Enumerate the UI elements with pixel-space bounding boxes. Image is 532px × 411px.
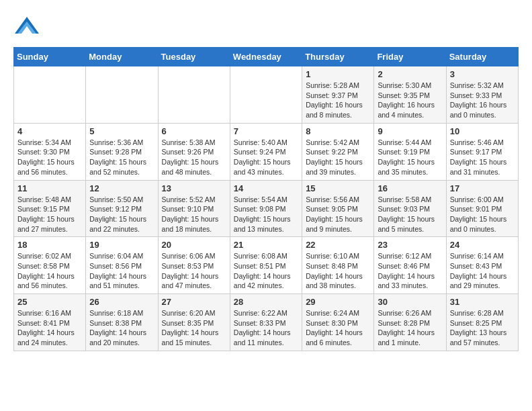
day-number: 15 [306,183,370,193]
week-row-4: 18Sunrise: 6:02 AM Sunset: 8:58 PM Dayli… [14,237,519,294]
day-cell [158,66,230,124]
day-info: Sunrise: 5:52 AM Sunset: 9:10 PM Dayligh… [162,195,226,234]
day-cell: 16Sunrise: 5:58 AM Sunset: 9:03 PM Dayli… [374,180,446,237]
header-row: SundayMondayTuesdayWednesdayThursdayFrid… [14,48,519,66]
day-cell: 7Sunrise: 5:40 AM Sunset: 9:24 PM Daylig… [230,123,302,180]
day-cell: 30Sunrise: 6:26 AM Sunset: 8:28 PM Dayli… [374,294,446,351]
day-number: 3 [450,69,515,79]
day-info: Sunrise: 5:58 AM Sunset: 9:03 PM Dayligh… [378,195,442,234]
day-cell: 9Sunrise: 5:44 AM Sunset: 9:19 PM Daylig… [374,123,446,180]
day-cell: 13Sunrise: 5:52 AM Sunset: 9:10 PM Dayli… [158,180,230,237]
day-number: 11 [17,183,82,193]
day-cell: 14Sunrise: 5:54 AM Sunset: 9:08 PM Dayli… [230,180,302,237]
day-cell: 26Sunrise: 6:18 AM Sunset: 8:38 PM Dayli… [86,294,158,351]
day-number: 19 [89,240,154,250]
day-info: Sunrise: 6:20 AM Sunset: 8:35 PM Dayligh… [162,308,226,348]
day-cell: 8Sunrise: 5:42 AM Sunset: 9:22 PM Daylig… [302,123,374,180]
day-info: Sunrise: 6:06 AM Sunset: 8:53 PM Dayligh… [162,251,226,291]
day-info: Sunrise: 6:10 AM Sunset: 8:48 PM Dayligh… [306,251,370,291]
week-row-5: 25Sunrise: 6:16 AM Sunset: 8:41 PM Dayli… [14,294,519,351]
calendar-table: SundayMondayTuesdayWednesdayThursdayFrid… [13,47,519,351]
day-info: Sunrise: 5:40 AM Sunset: 9:24 PM Dayligh… [234,138,298,177]
day-cell: 5Sunrise: 5:36 AM Sunset: 9:28 PM Daylig… [86,123,158,180]
day-info: Sunrise: 6:00 AM Sunset: 9:01 PM Dayligh… [450,195,515,234]
day-number: 1 [306,69,370,79]
day-info: Sunrise: 6:04 AM Sunset: 8:56 PM Dayligh… [89,251,154,291]
day-info: Sunrise: 6:28 AM Sunset: 8:25 PM Dayligh… [450,308,515,348]
day-number: 4 [17,126,82,136]
day-info: Sunrise: 6:14 AM Sunset: 8:43 PM Dayligh… [450,251,515,291]
day-cell: 1Sunrise: 5:28 AM Sunset: 9:37 PM Daylig… [302,66,374,124]
day-cell: 10Sunrise: 5:46 AM Sunset: 9:17 PM Dayli… [446,123,518,180]
day-number: 23 [378,240,442,250]
day-number: 17 [450,183,515,193]
day-number: 27 [162,297,226,307]
day-number: 30 [378,297,442,307]
day-cell [86,66,158,124]
day-info: Sunrise: 5:38 AM Sunset: 9:26 PM Dayligh… [162,138,226,177]
header-thursday: Thursday [302,48,374,66]
day-info: Sunrise: 6:16 AM Sunset: 8:41 PM Dayligh… [17,308,82,348]
day-number: 13 [162,183,226,193]
day-info: Sunrise: 5:46 AM Sunset: 9:17 PM Dayligh… [450,138,515,177]
day-info: Sunrise: 5:36 AM Sunset: 9:28 PM Dayligh… [89,138,154,177]
day-info: Sunrise: 5:28 AM Sunset: 9:37 PM Dayligh… [306,81,370,120]
day-info: Sunrise: 5:54 AM Sunset: 9:08 PM Dayligh… [234,195,298,234]
header-friday: Friday [374,48,446,66]
day-number: 5 [89,126,154,136]
day-number: 7 [234,126,298,136]
day-info: Sunrise: 5:48 AM Sunset: 9:15 PM Dayligh… [17,195,82,234]
day-number: 10 [450,126,515,136]
header-monday: Monday [86,48,158,66]
header-sunday: Sunday [14,48,86,66]
day-number: 2 [378,69,442,79]
day-info: Sunrise: 5:44 AM Sunset: 9:19 PM Dayligh… [378,138,442,177]
day-number: 24 [450,240,515,250]
day-number: 9 [378,126,442,136]
day-number: 25 [17,297,82,307]
day-number: 29 [306,297,370,307]
day-number: 26 [89,297,154,307]
day-info: Sunrise: 5:32 AM Sunset: 9:33 PM Dayligh… [450,81,515,120]
day-cell [230,66,302,124]
day-number: 21 [234,240,298,250]
header-wednesday: Wednesday [230,48,302,66]
day-cell: 19Sunrise: 6:04 AM Sunset: 8:56 PM Dayli… [86,237,158,294]
day-number: 16 [378,183,442,193]
day-cell: 12Sunrise: 5:50 AM Sunset: 9:12 PM Dayli… [86,180,158,237]
header-saturday: Saturday [446,48,518,66]
day-info: Sunrise: 5:56 AM Sunset: 9:05 PM Dayligh… [306,195,370,234]
day-info: Sunrise: 5:50 AM Sunset: 9:12 PM Dayligh… [89,195,154,234]
day-number: 8 [306,126,370,136]
day-number: 22 [306,240,370,250]
day-cell: 20Sunrise: 6:06 AM Sunset: 8:53 PM Dayli… [158,237,230,294]
day-cell: 23Sunrise: 6:12 AM Sunset: 8:46 PM Dayli… [374,237,446,294]
day-number: 18 [17,240,82,250]
day-number: 14 [234,183,298,193]
day-cell: 31Sunrise: 6:28 AM Sunset: 8:25 PM Dayli… [446,294,518,351]
day-info: Sunrise: 6:24 AM Sunset: 8:30 PM Dayligh… [306,308,370,348]
day-cell: 24Sunrise: 6:14 AM Sunset: 8:43 PM Dayli… [446,237,518,294]
day-cell: 15Sunrise: 5:56 AM Sunset: 9:05 PM Dayli… [302,180,374,237]
logo-icon [13,13,40,40]
day-info: Sunrise: 5:34 AM Sunset: 9:30 PM Dayligh… [17,138,82,177]
day-info: Sunrise: 6:18 AM Sunset: 8:38 PM Dayligh… [89,308,154,348]
day-number: 20 [162,240,226,250]
day-info: Sunrise: 5:30 AM Sunset: 9:35 PM Dayligh… [378,81,442,120]
day-info: Sunrise: 6:12 AM Sunset: 8:46 PM Dayligh… [378,251,442,291]
day-number: 12 [89,183,154,193]
day-cell: 27Sunrise: 6:20 AM Sunset: 8:35 PM Dayli… [158,294,230,351]
day-number: 28 [234,297,298,307]
day-cell: 4Sunrise: 5:34 AM Sunset: 9:30 PM Daylig… [14,123,86,180]
day-cell: 22Sunrise: 6:10 AM Sunset: 8:48 PM Dayli… [302,237,374,294]
day-cell: 29Sunrise: 6:24 AM Sunset: 8:30 PM Dayli… [302,294,374,351]
day-cell: 3Sunrise: 5:32 AM Sunset: 9:33 PM Daylig… [446,66,518,124]
day-info: Sunrise: 6:02 AM Sunset: 8:58 PM Dayligh… [17,251,82,291]
day-number: 31 [450,297,515,307]
day-cell [14,66,86,124]
week-row-2: 4Sunrise: 5:34 AM Sunset: 9:30 PM Daylig… [14,123,519,180]
day-cell: 21Sunrise: 6:08 AM Sunset: 8:51 PM Dayli… [230,237,302,294]
day-cell: 17Sunrise: 6:00 AM Sunset: 9:01 PM Dayli… [446,180,518,237]
logo [13,13,44,40]
day-cell: 2Sunrise: 5:30 AM Sunset: 9:35 PM Daylig… [374,66,446,124]
